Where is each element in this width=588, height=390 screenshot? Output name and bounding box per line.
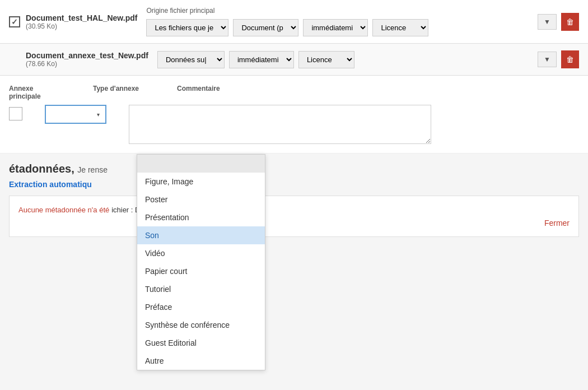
- file2-dropdown3[interactable]: Licence: [298, 51, 354, 68]
- file1-controls: Origine fichier principal Les fichiers q…: [146, 7, 529, 36]
- file2-arrow-button[interactable]: ▼: [538, 52, 557, 67]
- dropdown-item-autre[interactable]: Autre: [137, 352, 265, 370]
- file1-info: ✓ Document_test_HAL_New.pdf (30.95 Ko): [9, 13, 137, 30]
- chevron-down-icon: ▾: [97, 112, 100, 118]
- dropdown-item-tutoriel[interactable]: Tutoriel: [137, 280, 265, 298]
- file1-dropdowns: Les fichiers que je Document (p immédiat…: [146, 19, 428, 36]
- origine-label: Origine fichier principal: [146, 7, 214, 15]
- file1-dropdown2[interactable]: Document (p: [233, 19, 298, 36]
- page-container: ✓ Document_test_HAL_New.pdf (30.95 Ko) O…: [0, 0, 588, 390]
- file1-dropdown1[interactable]: Les fichiers que je: [146, 19, 228, 36]
- type-annexe-wrapper: ▾: [45, 105, 106, 124]
- file1-dropdown4[interactable]: Licence: [372, 19, 428, 36]
- file1-arrow-button[interactable]: ▼: [538, 14, 557, 30]
- dropdown-item-guest-editorial[interactable]: Guest Editorial: [137, 334, 265, 352]
- error-text: Aucune métadonnée n'a été: [18, 206, 109, 214]
- file2-actions: ▼ 🗑: [538, 50, 579, 68]
- file2-dropdown1[interactable]: Données su|: [157, 51, 225, 68]
- metadata-rest: Je rense: [77, 165, 108, 174]
- file1-actions: ▼ 🗑: [538, 13, 579, 31]
- type-annexe-dropdown-menu: Figure, Image Poster Présentation Son Vi…: [137, 154, 265, 370]
- dropdown-item-presentation[interactable]: Présentation: [137, 208, 265, 226]
- metadata-heading: étadonnées, Je rense: [9, 162, 579, 175]
- dropdown-item-empty[interactable]: [137, 155, 265, 173]
- trash-icon-2: 🗑: [566, 55, 574, 64]
- file2-dropdowns: Données su| immédiatemi Licence: [157, 51, 529, 68]
- file1-dropdown3[interactable]: immédiatemi: [303, 19, 368, 36]
- dropdown-item-synthese[interactable]: Synthèse de conférence: [137, 316, 265, 334]
- metadata-bold: étadonnées,: [9, 162, 74, 175]
- dropdown-item-figure-image[interactable]: Figure, Image: [137, 173, 265, 191]
- error-section: Aucune métadonnée n'a été ichier : Docum…: [9, 196, 579, 237]
- extraction-link[interactable]: Extraction automatiqu: [9, 180, 579, 189]
- file1-name: Document_test_HAL_New.pdf: [26, 13, 137, 22]
- file2-dropdown2[interactable]: immédiatemi: [229, 51, 294, 68]
- file-section-1: ✓ Document_test_HAL_New.pdf (30.95 Ko) O…: [0, 0, 588, 44]
- commentaire-textarea[interactable]: [129, 105, 431, 144]
- file-section-2: Document_annexe_test_New.pdf (78.66 Ko) …: [0, 44, 588, 76]
- file1-size: (30.95 Ko): [26, 22, 137, 30]
- file1-details: Document_test_HAL_New.pdf (30.95 Ko): [26, 13, 137, 30]
- file2-details: Document_annexe_test_New.pdf (78.66 Ko): [9, 51, 148, 68]
- annexe-principale-checkbox[interactable]: [9, 107, 22, 120]
- dropdown-item-papier-court[interactable]: Papier court: [137, 262, 265, 280]
- dropdown-item-video[interactable]: Vidéo: [137, 244, 265, 262]
- annexe-section: Annexeprincipale Type d'annexe Commentai…: [0, 76, 588, 154]
- checkmark-icon: ✓: [11, 17, 18, 26]
- commentaire-label: Commentaire: [177, 85, 220, 100]
- trash-icon: 🗑: [566, 17, 574, 26]
- file1-delete-button[interactable]: 🗑: [561, 13, 579, 31]
- annexe-header-row: Annexeprincipale Type d'annexe Commentai…: [9, 85, 579, 100]
- type-annexe-select[interactable]: ▾: [45, 105, 106, 124]
- fermer-button[interactable]: Fermer: [18, 219, 570, 227]
- annexe-content-row: ▾: [9, 105, 579, 144]
- file1-checkbox[interactable]: ✓: [9, 16, 20, 27]
- type-annexe-label: Type d'annexe: [93, 85, 155, 100]
- annexe-principale-label: Annexeprincipale: [9, 85, 65, 100]
- file2-size: (78.66 Ko): [26, 60, 148, 68]
- file2-delete-button[interactable]: 🗑: [561, 50, 579, 68]
- file2-name: Document_annexe_test_New.pdf: [26, 51, 148, 60]
- content-area: étadonnées, Je rense Extraction automati…: [0, 154, 588, 242]
- dropdown-item-poster[interactable]: Poster: [137, 191, 265, 208]
- dropdown-item-preface[interactable]: Préface: [137, 298, 265, 316]
- dropdown-item-son[interactable]: Son: [137, 226, 265, 244]
